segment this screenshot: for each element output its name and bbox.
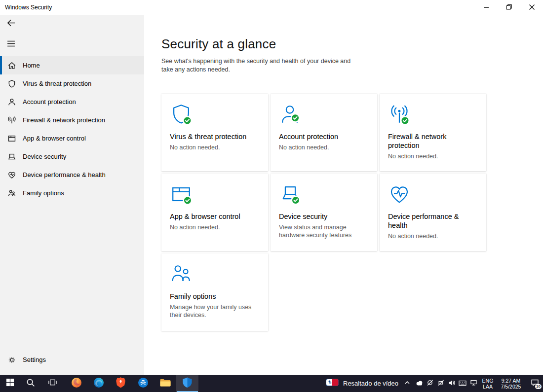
tile-status: No action needed. bbox=[170, 223, 260, 231]
chevron-up-icon bbox=[404, 379, 411, 388]
close-icon bbox=[529, 3, 535, 12]
tray-onedrive-button[interactable] bbox=[414, 375, 425, 392]
language-line2: LAA bbox=[483, 384, 493, 390]
close-button[interactable] bbox=[520, 0, 543, 15]
app-window-check-icon bbox=[170, 183, 193, 206]
app-window-icon bbox=[7, 134, 16, 143]
family-icon bbox=[170, 263, 193, 285]
sidebar: Home Virus & threat protection Account p… bbox=[0, 15, 144, 375]
notification-badge: 10 bbox=[535, 384, 542, 389]
tray-disabled-device-button[interactable] bbox=[435, 375, 446, 392]
tile-status: No action needed. bbox=[388, 232, 478, 240]
onedrive-cloud-icon bbox=[415, 379, 424, 388]
sidebar-item-settings[interactable]: Settings bbox=[0, 351, 144, 369]
menu-button[interactable] bbox=[2, 36, 20, 52]
tile-status: View status and manage hardware security… bbox=[279, 223, 369, 239]
tile-title: Device security bbox=[279, 212, 369, 221]
touch-keyboard-icon bbox=[459, 379, 466, 388]
tile-account-protection[interactable]: Account protection No action needed. bbox=[271, 94, 377, 171]
sidebar-item-family-options[interactable]: Family options bbox=[0, 184, 144, 202]
taskbar-search-button[interactable] bbox=[20, 375, 41, 392]
sidebar-item-label: Device security bbox=[23, 153, 66, 160]
sidebar-item-account-protection[interactable]: Account protection bbox=[0, 93, 144, 111]
sidebar-item-label: App & browser control bbox=[23, 135, 86, 142]
laptop-icon bbox=[7, 152, 16, 161]
sidebar-item-label: Account protection bbox=[23, 98, 76, 106]
media-label: Resaltado de vídeo bbox=[343, 380, 398, 387]
home-icon bbox=[7, 61, 16, 70]
titlebar: Windows Security bbox=[0, 0, 543, 15]
tile-family-options[interactable]: Family options Manage how your family us… bbox=[161, 253, 268, 331]
clock[interactable]: 9:27 AM 7/5/2025 bbox=[497, 375, 525, 392]
tile-title: App & browser control bbox=[170, 212, 260, 221]
tray-network-button[interactable] bbox=[468, 375, 479, 392]
window-title: Windows Security bbox=[5, 4, 52, 11]
sidebar-item-label: Home bbox=[23, 62, 40, 69]
firefox-icon bbox=[71, 377, 82, 391]
laptop-check-icon bbox=[279, 183, 302, 206]
disabled-device-icon bbox=[437, 379, 444, 388]
page-title: Security at a glance bbox=[161, 36, 276, 52]
tray-touch-keyboard-button[interactable] bbox=[457, 375, 468, 392]
sidebar-item-app-browser-control[interactable]: App & browser control bbox=[0, 129, 144, 147]
network-waves-icon bbox=[7, 116, 16, 125]
family-icon bbox=[7, 189, 16, 198]
tile-status: Manage how your family uses their device… bbox=[170, 303, 260, 319]
windows-start-icon bbox=[6, 378, 14, 389]
mlb-logo-icon bbox=[326, 379, 339, 388]
taskbar-app-firefox[interactable] bbox=[65, 375, 87, 392]
taskbar-app-edge[interactable] bbox=[87, 375, 110, 392]
sidebar-item-label: Family options bbox=[23, 189, 64, 197]
back-arrow-icon bbox=[7, 19, 15, 29]
task-view-icon bbox=[48, 378, 57, 389]
hamburger-menu-icon bbox=[7, 40, 15, 49]
tile-title: Firewall & network protection bbox=[388, 132, 478, 150]
gear-icon bbox=[7, 356, 16, 364]
action-center-button[interactable]: 10 bbox=[526, 375, 543, 392]
network-check-icon bbox=[388, 103, 411, 126]
taskbar-app-windows-security[interactable] bbox=[176, 375, 198, 392]
sidebar-item-label: Device performance & health bbox=[23, 171, 106, 178]
start-button[interactable] bbox=[0, 375, 20, 392]
window-controls bbox=[475, 0, 543, 15]
tiles-grid: Virus & threat protection No action need… bbox=[161, 94, 486, 331]
sidebar-item-home[interactable]: Home bbox=[0, 56, 144, 74]
minimize-button[interactable] bbox=[475, 0, 498, 15]
sidebar-item-label: Virus & threat protection bbox=[23, 80, 91, 87]
blue-app-icon bbox=[137, 377, 149, 391]
tile-title: Virus & threat protection bbox=[170, 132, 260, 141]
edge-icon bbox=[93, 377, 105, 391]
tile-title: Device performance & health bbox=[388, 212, 478, 230]
tile-app-browser-control[interactable]: App & browser control No action needed. bbox=[161, 174, 268, 251]
tile-device-security[interactable]: Device security View status and manage h… bbox=[271, 174, 377, 251]
tile-firewall-network-protection[interactable]: Firewall & network protection No action … bbox=[380, 94, 486, 171]
taskbar-app-file-explorer[interactable] bbox=[154, 375, 176, 392]
language-indicator[interactable]: ENG LAA bbox=[479, 375, 497, 392]
task-view-button[interactable] bbox=[41, 375, 63, 392]
sidebar-item-device-security[interactable]: Device security bbox=[0, 147, 144, 166]
clock-time: 9:27 AM bbox=[502, 378, 521, 384]
tile-status: No action needed. bbox=[170, 143, 260, 151]
sidebar-item-firewall-network-protection[interactable]: Firewall & network protection bbox=[0, 111, 144, 129]
sidebar-item-label: Firewall & network protection bbox=[23, 116, 105, 124]
sidebar-item-virus-threat-protection[interactable]: Virus & threat protection bbox=[0, 74, 144, 93]
volume-icon bbox=[448, 379, 456, 388]
tile-virus-threat-protection[interactable]: Virus & threat protection No action need… bbox=[161, 94, 268, 171]
tray-volume-button[interactable] bbox=[446, 375, 457, 392]
brave-icon bbox=[116, 377, 126, 390]
wired-network-icon bbox=[470, 379, 477, 388]
taskbar-app-brave[interactable] bbox=[110, 375, 132, 392]
windows-security-shield-icon bbox=[182, 377, 193, 390]
media-widget[interactable]: Resaltado de vídeo bbox=[322, 375, 402, 392]
tile-status: No action needed. bbox=[388, 152, 478, 160]
back-button[interactable] bbox=[2, 16, 20, 32]
restore-button[interactable] bbox=[498, 0, 520, 15]
sidebar-item-device-performance-health[interactable]: Device performance & health bbox=[0, 166, 144, 184]
tile-status: No action needed. bbox=[279, 143, 369, 151]
minimize-icon bbox=[484, 3, 489, 12]
tile-title: Family options bbox=[170, 292, 260, 301]
taskbar-app-blue[interactable] bbox=[132, 375, 154, 392]
tile-device-performance-health[interactable]: Device performance & health No action ne… bbox=[380, 174, 486, 251]
tray-disabled-circle-button[interactable] bbox=[425, 375, 435, 392]
tray-expand-button[interactable] bbox=[402, 375, 413, 392]
